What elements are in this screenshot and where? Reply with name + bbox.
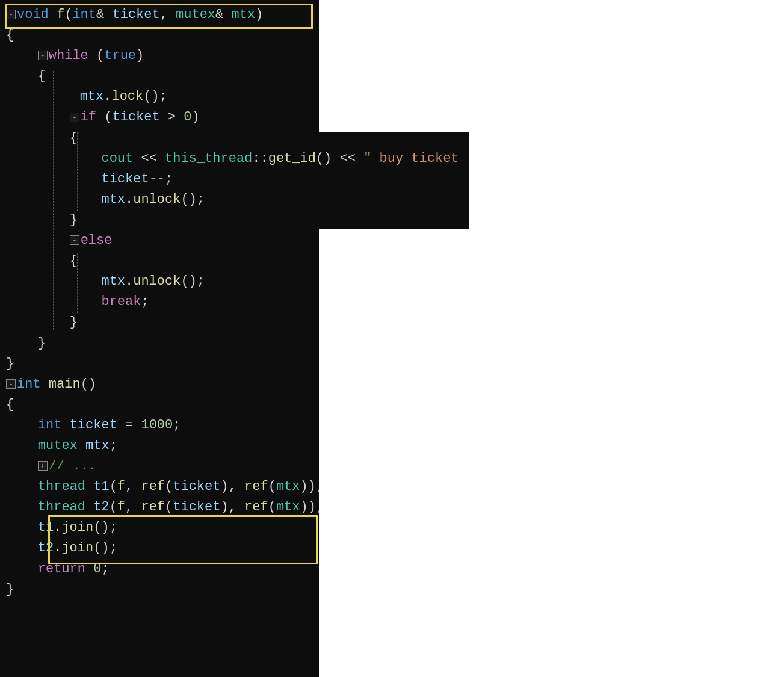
code-content: -void f(int& ticket, mutex& mtx) { -whil… (0, 0, 319, 605)
fold-if[interactable]: - (70, 113, 79, 122)
indent-guide-l1 (29, 31, 29, 356)
indent-guide-l3b (77, 253, 78, 313)
fold-comment[interactable]: + (38, 461, 48, 471)
fold-main[interactable]: - (6, 379, 16, 389)
fold-else[interactable]: - (70, 235, 79, 245)
white-area-bottom-right (319, 229, 784, 677)
fold-function[interactable]: - (6, 10, 16, 19)
fold-while[interactable]: - (38, 51, 48, 60)
indent-guide-l2 (53, 71, 54, 330)
indent-guide-main (17, 379, 17, 638)
white-area-top-right (319, 0, 784, 132)
indent-guide-l3a (77, 132, 78, 211)
code-editor: -void f(int& ticket, mutex& mtx) { -whil… (0, 0, 784, 677)
white-area-mid-right (469, 132, 784, 229)
